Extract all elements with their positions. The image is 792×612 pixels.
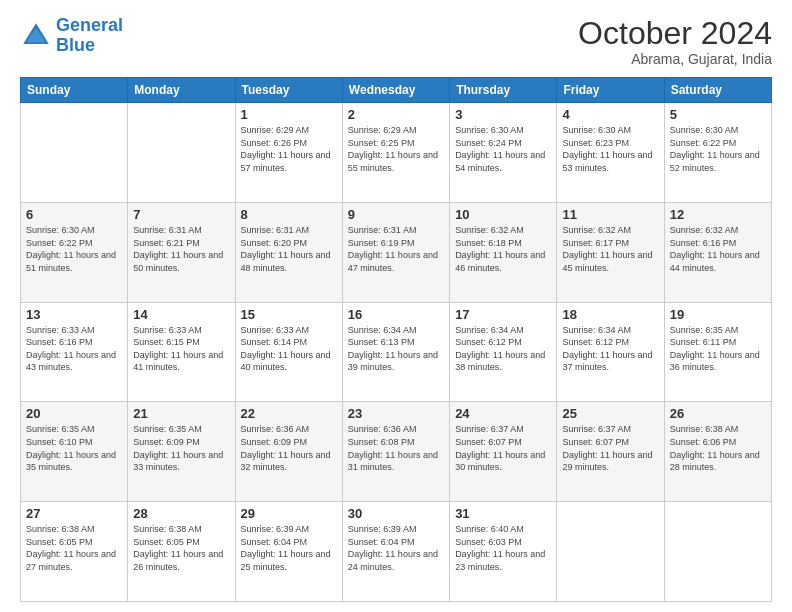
day-number: 23 (348, 406, 444, 421)
day-number: 31 (455, 506, 551, 521)
day-info: Sunrise: 6:36 AMSunset: 6:08 PMDaylight:… (348, 423, 444, 473)
day-number: 2 (348, 107, 444, 122)
day-number: 17 (455, 307, 551, 322)
weekday-header-thursday: Thursday (450, 78, 557, 103)
day-number: 29 (241, 506, 337, 521)
day-info: Sunrise: 6:32 AMSunset: 6:17 PMDaylight:… (562, 224, 658, 274)
calendar-cell: 13Sunrise: 6:33 AMSunset: 6:16 PMDayligh… (21, 302, 128, 402)
calendar-cell: 5Sunrise: 6:30 AMSunset: 6:22 PMDaylight… (664, 103, 771, 203)
week-row-2: 6Sunrise: 6:30 AMSunset: 6:22 PMDaylight… (21, 202, 772, 302)
day-number: 8 (241, 207, 337, 222)
day-number: 24 (455, 406, 551, 421)
calendar-cell (21, 103, 128, 203)
calendar-cell (557, 502, 664, 602)
day-number: 25 (562, 406, 658, 421)
title-block: October 2024 Abrama, Gujarat, India (578, 16, 772, 67)
day-number: 13 (26, 307, 122, 322)
day-info: Sunrise: 6:39 AMSunset: 6:04 PMDaylight:… (241, 523, 337, 573)
day-number: 27 (26, 506, 122, 521)
day-info: Sunrise: 6:31 AMSunset: 6:21 PMDaylight:… (133, 224, 229, 274)
day-number: 9 (348, 207, 444, 222)
day-number: 26 (670, 406, 766, 421)
calendar-cell: 6Sunrise: 6:30 AMSunset: 6:22 PMDaylight… (21, 202, 128, 302)
day-info: Sunrise: 6:34 AMSunset: 6:12 PMDaylight:… (455, 324, 551, 374)
calendar-cell: 1Sunrise: 6:29 AMSunset: 6:26 PMDaylight… (235, 103, 342, 203)
calendar-cell (664, 502, 771, 602)
calendar-cell: 9Sunrise: 6:31 AMSunset: 6:19 PMDaylight… (342, 202, 449, 302)
day-info: Sunrise: 6:30 AMSunset: 6:22 PMDaylight:… (26, 224, 122, 274)
day-info: Sunrise: 6:38 AMSunset: 6:05 PMDaylight:… (26, 523, 122, 573)
calendar-cell: 26Sunrise: 6:38 AMSunset: 6:06 PMDayligh… (664, 402, 771, 502)
calendar-cell: 22Sunrise: 6:36 AMSunset: 6:09 PMDayligh… (235, 402, 342, 502)
calendar-cell: 11Sunrise: 6:32 AMSunset: 6:17 PMDayligh… (557, 202, 664, 302)
day-info: Sunrise: 6:33 AMSunset: 6:14 PMDaylight:… (241, 324, 337, 374)
day-info: Sunrise: 6:31 AMSunset: 6:20 PMDaylight:… (241, 224, 337, 274)
header: General Blue October 2024 Abrama, Gujara… (20, 16, 772, 67)
day-info: Sunrise: 6:33 AMSunset: 6:16 PMDaylight:… (26, 324, 122, 374)
calendar-cell: 29Sunrise: 6:39 AMSunset: 6:04 PMDayligh… (235, 502, 342, 602)
calendar-cell: 17Sunrise: 6:34 AMSunset: 6:12 PMDayligh… (450, 302, 557, 402)
location-subtitle: Abrama, Gujarat, India (578, 51, 772, 67)
day-info: Sunrise: 6:31 AMSunset: 6:19 PMDaylight:… (348, 224, 444, 274)
logo-icon (20, 20, 52, 52)
day-number: 3 (455, 107, 551, 122)
calendar-cell: 23Sunrise: 6:36 AMSunset: 6:08 PMDayligh… (342, 402, 449, 502)
weekday-header-tuesday: Tuesday (235, 78, 342, 103)
calendar-cell (128, 103, 235, 203)
day-number: 18 (562, 307, 658, 322)
day-info: Sunrise: 6:38 AMSunset: 6:06 PMDaylight:… (670, 423, 766, 473)
logo-line1: General (56, 15, 123, 35)
weekday-header-wednesday: Wednesday (342, 78, 449, 103)
day-number: 30 (348, 506, 444, 521)
week-row-5: 27Sunrise: 6:38 AMSunset: 6:05 PMDayligh… (21, 502, 772, 602)
weekday-header-row: SundayMondayTuesdayWednesdayThursdayFrid… (21, 78, 772, 103)
calendar-cell: 21Sunrise: 6:35 AMSunset: 6:09 PMDayligh… (128, 402, 235, 502)
calendar-table: SundayMondayTuesdayWednesdayThursdayFrid… (20, 77, 772, 602)
logo-text: General Blue (56, 16, 123, 56)
day-number: 19 (670, 307, 766, 322)
calendar-cell: 8Sunrise: 6:31 AMSunset: 6:20 PMDaylight… (235, 202, 342, 302)
day-info: Sunrise: 6:34 AMSunset: 6:12 PMDaylight:… (562, 324, 658, 374)
weekday-header-monday: Monday (128, 78, 235, 103)
calendar-cell: 10Sunrise: 6:32 AMSunset: 6:18 PMDayligh… (450, 202, 557, 302)
calendar-cell: 7Sunrise: 6:31 AMSunset: 6:21 PMDaylight… (128, 202, 235, 302)
calendar-cell: 3Sunrise: 6:30 AMSunset: 6:24 PMDaylight… (450, 103, 557, 203)
day-number: 28 (133, 506, 229, 521)
day-number: 5 (670, 107, 766, 122)
day-info: Sunrise: 6:37 AMSunset: 6:07 PMDaylight:… (562, 423, 658, 473)
day-number: 10 (455, 207, 551, 222)
calendar-cell: 30Sunrise: 6:39 AMSunset: 6:04 PMDayligh… (342, 502, 449, 602)
day-number: 6 (26, 207, 122, 222)
weekday-header-sunday: Sunday (21, 78, 128, 103)
day-info: Sunrise: 6:39 AMSunset: 6:04 PMDaylight:… (348, 523, 444, 573)
week-row-4: 20Sunrise: 6:35 AMSunset: 6:10 PMDayligh… (21, 402, 772, 502)
day-number: 15 (241, 307, 337, 322)
day-info: Sunrise: 6:34 AMSunset: 6:13 PMDaylight:… (348, 324, 444, 374)
calendar-cell: 16Sunrise: 6:34 AMSunset: 6:13 PMDayligh… (342, 302, 449, 402)
day-number: 1 (241, 107, 337, 122)
day-info: Sunrise: 6:36 AMSunset: 6:09 PMDaylight:… (241, 423, 337, 473)
day-info: Sunrise: 6:30 AMSunset: 6:24 PMDaylight:… (455, 124, 551, 174)
week-row-1: 1Sunrise: 6:29 AMSunset: 6:26 PMDaylight… (21, 103, 772, 203)
calendar-cell: 27Sunrise: 6:38 AMSunset: 6:05 PMDayligh… (21, 502, 128, 602)
day-number: 16 (348, 307, 444, 322)
day-info: Sunrise: 6:30 AMSunset: 6:22 PMDaylight:… (670, 124, 766, 174)
logo: General Blue (20, 16, 123, 56)
day-info: Sunrise: 6:40 AMSunset: 6:03 PMDaylight:… (455, 523, 551, 573)
day-number: 20 (26, 406, 122, 421)
calendar-cell: 4Sunrise: 6:30 AMSunset: 6:23 PMDaylight… (557, 103, 664, 203)
day-info: Sunrise: 6:38 AMSunset: 6:05 PMDaylight:… (133, 523, 229, 573)
page: General Blue October 2024 Abrama, Gujara… (0, 0, 792, 612)
week-row-3: 13Sunrise: 6:33 AMSunset: 6:16 PMDayligh… (21, 302, 772, 402)
month-title: October 2024 (578, 16, 772, 51)
day-info: Sunrise: 6:29 AMSunset: 6:25 PMDaylight:… (348, 124, 444, 174)
day-number: 11 (562, 207, 658, 222)
calendar-cell: 31Sunrise: 6:40 AMSunset: 6:03 PMDayligh… (450, 502, 557, 602)
day-info: Sunrise: 6:30 AMSunset: 6:23 PMDaylight:… (562, 124, 658, 174)
day-number: 14 (133, 307, 229, 322)
calendar-cell: 14Sunrise: 6:33 AMSunset: 6:15 PMDayligh… (128, 302, 235, 402)
calendar-cell: 18Sunrise: 6:34 AMSunset: 6:12 PMDayligh… (557, 302, 664, 402)
calendar-cell: 15Sunrise: 6:33 AMSunset: 6:14 PMDayligh… (235, 302, 342, 402)
day-number: 22 (241, 406, 337, 421)
calendar-cell: 25Sunrise: 6:37 AMSunset: 6:07 PMDayligh… (557, 402, 664, 502)
